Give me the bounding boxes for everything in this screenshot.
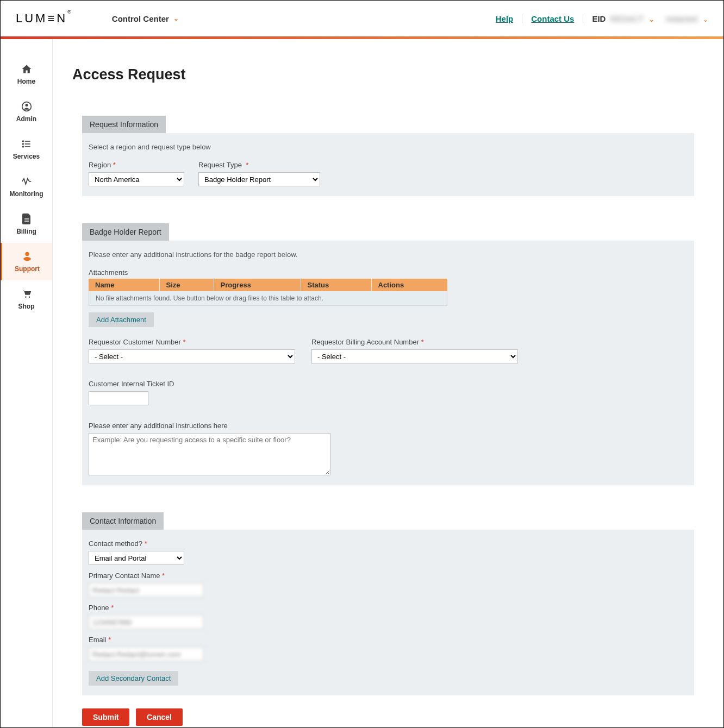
control-center-label: Control Center — [112, 14, 169, 23]
sidebar: Home Admin Services Monitoring Billing — [1, 39, 53, 727]
phone-input[interactable] — [89, 615, 204, 629]
list-icon — [21, 138, 33, 150]
col-size: Size — [159, 279, 214, 291]
attachments-table: Name Size Progress Status Actions — [89, 279, 447, 291]
sidebar-item-billing[interactable]: Billing — [1, 205, 52, 243]
helper-text: Please enter any additional instructions… — [89, 250, 688, 259]
email-label: Email * — [89, 636, 688, 644]
contact-us-link[interactable]: Contact Us — [522, 14, 583, 23]
request-info-panel: Request Information Select a region and … — [82, 116, 694, 196]
request-type-select[interactable]: Badge Holder Report — [198, 172, 320, 186]
attachments-empty-msg: No file attachments found. Use button be… — [89, 291, 447, 306]
cart-icon — [21, 288, 33, 300]
helper-text: Select a region and request type below — [89, 143, 688, 151]
home-icon — [21, 63, 33, 75]
requestor-billing-account-label: Requestor Billing Account Number * — [311, 338, 518, 346]
add-secondary-contact-button[interactable]: Add Secondary Contact — [89, 671, 178, 686]
header-right: Help Contact Us EID REDACT ⌄ redacted ⌄ — [487, 14, 708, 23]
sidebar-item-shop[interactable]: Shop — [1, 280, 52, 318]
requestor-billing-account-select[interactable]: - Select - — [311, 349, 518, 363]
svg-point-8 — [25, 297, 27, 298]
cancel-button[interactable]: Cancel — [136, 708, 183, 726]
svg-point-4 — [22, 143, 23, 145]
help-link[interactable]: Help — [487, 14, 522, 23]
sidebar-item-admin[interactable]: Admin — [1, 93, 52, 130]
sidebar-item-home[interactable]: Home — [1, 55, 52, 93]
user-name: redacted — [665, 14, 697, 23]
control-center-dropdown[interactable]: Control Center ⌄ — [112, 14, 179, 23]
svg-point-2 — [22, 140, 23, 142]
page-title: Access Request — [72, 66, 704, 83]
email-input[interactable] — [89, 647, 204, 661]
col-status: Status — [301, 279, 371, 291]
eid-label: EID — [592, 14, 606, 23]
svg-point-1 — [25, 104, 28, 106]
chevron-down-icon: ⌄ — [649, 16, 654, 23]
customer-ticket-id-label: Customer Internal Ticket ID — [89, 380, 688, 388]
contact-method-select[interactable]: Email and Portal — [89, 551, 184, 565]
region-label: Region * — [89, 161, 184, 169]
support-icon — [21, 250, 33, 262]
primary-contact-name-input[interactable] — [89, 583, 204, 597]
logo-reg: ® — [67, 9, 71, 15]
sidebar-item-label: Home — [17, 78, 35, 85]
document-icon — [21, 213, 33, 225]
contact-info-panel: Contact Information Contact method? * Em… — [82, 512, 694, 695]
sidebar-item-label: Support — [15, 265, 40, 273]
eid-value: REDACT — [610, 14, 644, 23]
additional-instructions-label: Please enter any additional instructions… — [89, 422, 688, 430]
attachments-label: Attachments — [89, 268, 688, 277]
sidebar-item-label: Shop — [18, 303, 35, 310]
col-actions: Actions — [371, 279, 447, 291]
contact-method-label: Contact method? * — [89, 539, 688, 548]
col-progress: Progress — [214, 279, 301, 291]
sidebar-item-label: Services — [13, 153, 40, 160]
action-row: Submit Cancel — [82, 708, 704, 726]
sidebar-item-monitoring[interactable]: Monitoring — [1, 168, 52, 205]
chevron-down-icon: ⌄ — [703, 16, 708, 23]
phone-label: Phone * — [89, 604, 688, 612]
col-name: Name — [89, 279, 159, 291]
requestor-customer-number-label: Requestor Customer Number * — [89, 338, 295, 346]
eid-dropdown[interactable]: EID REDACT ⌄ — [583, 14, 654, 23]
sidebar-item-label: Admin — [16, 115, 36, 123]
add-attachment-button[interactable]: Add Attachment — [89, 312, 154, 327]
customer-ticket-id-input[interactable] — [89, 391, 148, 405]
activity-icon — [21, 175, 33, 187]
request-type-label: Request Type * — [198, 161, 320, 169]
user-menu-dropdown[interactable]: redacted ⌄ — [654, 14, 708, 23]
sidebar-item-support[interactable]: Support — [1, 243, 52, 280]
svg-rect-7 — [24, 146, 30, 147]
badge-report-panel: Badge Holder Report Please enter any add… — [82, 223, 694, 485]
panel-tab-contact-info: Contact Information — [82, 512, 164, 530]
svg-rect-5 — [24, 143, 30, 145]
svg-rect-3 — [24, 141, 30, 142]
primary-contact-name-label: Primary Contact Name * — [89, 572, 688, 580]
svg-point-9 — [28, 297, 30, 298]
submit-button[interactable]: Submit — [82, 708, 129, 726]
header: LUM≡N® Control Center ⌄ Help Contact Us … — [1, 1, 723, 36]
region-select[interactable]: North America — [89, 172, 184, 186]
svg-point-6 — [22, 146, 23, 147]
logo-text: LUM≡N — [16, 11, 67, 25]
panel-tab-badge-report: Badge Holder Report — [82, 223, 169, 241]
sidebar-item-label: Billing — [16, 228, 36, 235]
panel-tab-request-info: Request Information — [82, 116, 166, 133]
requestor-customer-number-select[interactable]: - Select - — [89, 349, 295, 363]
additional-instructions-textarea[interactable] — [89, 433, 330, 475]
sidebar-item-label: Monitoring — [10, 190, 43, 198]
logo: LUM≡N® — [16, 11, 71, 26]
user-icon — [21, 101, 33, 112]
sidebar-item-services[interactable]: Services — [1, 130, 52, 168]
main-content: Access Request Request Information Selec… — [53, 39, 723, 727]
chevron-down-icon: ⌄ — [173, 15, 179, 22]
